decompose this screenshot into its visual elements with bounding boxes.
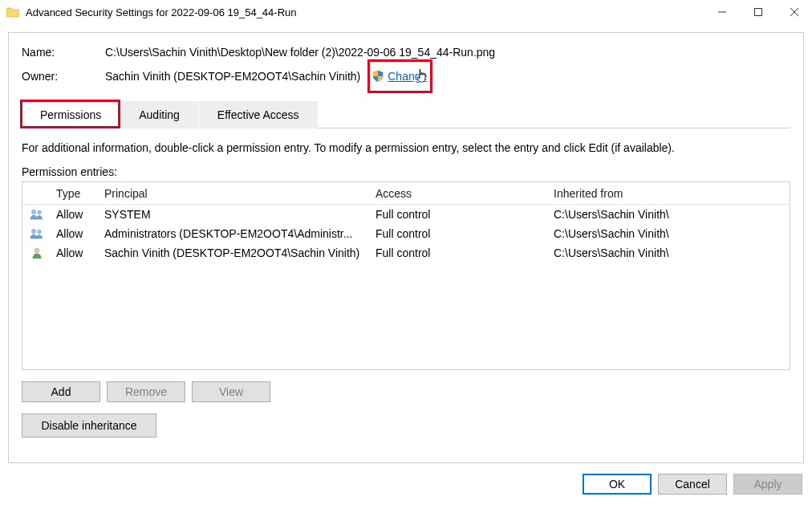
table-row[interactable]: AllowAdministrators (DESKTOP-EM2OOT4\Adm…	[22, 224, 790, 243]
permissions-table: Type Principal Access Inherited from All…	[22, 181, 790, 370]
owner-label: Owner:	[22, 70, 105, 83]
tab-permissions-label: Permissions	[40, 108, 101, 121]
table-row[interactable]: AllowSYSTEMFull controlC:\Users\Sachin V…	[22, 205, 790, 224]
user-icon	[29, 246, 45, 259]
cell-inherited: C:\Users\Sachin Vinith\	[547, 227, 790, 240]
footer-buttons: OK Cancel Apply	[583, 463, 812, 505]
svg-point-7	[38, 230, 41, 233]
col-access[interactable]: Access	[369, 187, 547, 200]
col-type[interactable]: Type	[50, 187, 98, 200]
cell-access: Full control	[369, 227, 547, 240]
owner-value: Sachin Vinith (DESKTOP-EM2OOT4\Sachin Vi…	[105, 70, 360, 83]
minimize-button[interactable]	[704, 0, 740, 24]
tab-permissions[interactable]: Permissions	[22, 101, 120, 128]
cell-access: Full control	[369, 208, 547, 221]
owner-row: Owner: Sachin Vinith (DESKTOP-EM2OOT4\Sa…	[22, 70, 790, 83]
cell-inherited: C:\Users\Sachin Vinith\	[547, 246, 790, 259]
remove-button: Remove	[107, 381, 185, 402]
tab-bar: Permissions Auditing Effective Access	[22, 100, 790, 128]
change-link-wrapper: Change	[371, 70, 427, 83]
name-row: Name: C:\Users\Sachin Vinith\Desktop\New…	[22, 46, 790, 59]
window-title: Advanced Security Settings for 2022-09-0…	[26, 6, 297, 18]
name-label: Name:	[22, 46, 105, 59]
close-button[interactable]	[776, 0, 812, 24]
col-inherited[interactable]: Inherited from	[547, 187, 790, 200]
cell-type: Allow	[50, 227, 98, 240]
cancel-button[interactable]: Cancel	[658, 474, 727, 495]
folder-icon	[6, 6, 19, 18]
table-body: AllowSYSTEMFull controlC:\Users\Sachin V…	[22, 205, 790, 263]
col-principal[interactable]: Principal	[98, 187, 369, 200]
group-icon	[29, 227, 45, 240]
button-row: Add Remove View	[22, 381, 790, 402]
permission-entries-label: Permission entries:	[22, 165, 790, 178]
svg-point-5	[38, 210, 41, 214]
cell-type: Allow	[50, 208, 98, 221]
svg-point-4	[32, 210, 36, 214]
svg-rect-1	[754, 9, 761, 16]
view-button: View	[192, 381, 270, 402]
cell-type: Allow	[50, 246, 98, 259]
tab-effective-access[interactable]: Effective Access	[199, 101, 318, 128]
name-value: C:\Users\Sachin Vinith\Desktop\New folde…	[105, 46, 495, 59]
table-row[interactable]: AllowSachin Vinith (DESKTOP-EM2OOT4\Sach…	[22, 243, 790, 263]
svg-point-8	[35, 248, 39, 253]
change-owner-link[interactable]: Change	[388, 70, 427, 83]
apply-button: Apply	[733, 474, 802, 495]
info-text: For additional information, double-click…	[22, 141, 790, 154]
ok-button[interactable]: OK	[583, 474, 652, 495]
titlebar: Advanced Security Settings for 2022-09-0…	[0, 0, 812, 24]
cell-principal: SYSTEM	[98, 208, 369, 221]
cell-inherited: C:\Users\Sachin Vinith\	[547, 208, 790, 221]
content-frame: Name: C:\Users\Sachin Vinith\Desktop\New…	[8, 32, 804, 463]
maximize-button[interactable]	[740, 0, 776, 24]
cell-principal: Administrators (DESKTOP-EM2OOT4\Administ…	[98, 227, 369, 240]
cell-principal: Sachin Vinith (DESKTOP-EM2OOT4\Sachin Vi…	[98, 246, 369, 259]
add-button[interactable]: Add	[22, 381, 100, 402]
disable-inheritance-button[interactable]: Disable inheritance	[22, 413, 156, 438]
window-controls	[704, 0, 812, 24]
tab-auditing[interactable]: Auditing	[120, 101, 198, 128]
cell-access: Full control	[369, 246, 547, 259]
group-icon	[29, 208, 45, 221]
shield-icon	[371, 70, 384, 83]
svg-point-6	[32, 230, 36, 234]
table-header: Type Principal Access Inherited from	[22, 182, 790, 205]
